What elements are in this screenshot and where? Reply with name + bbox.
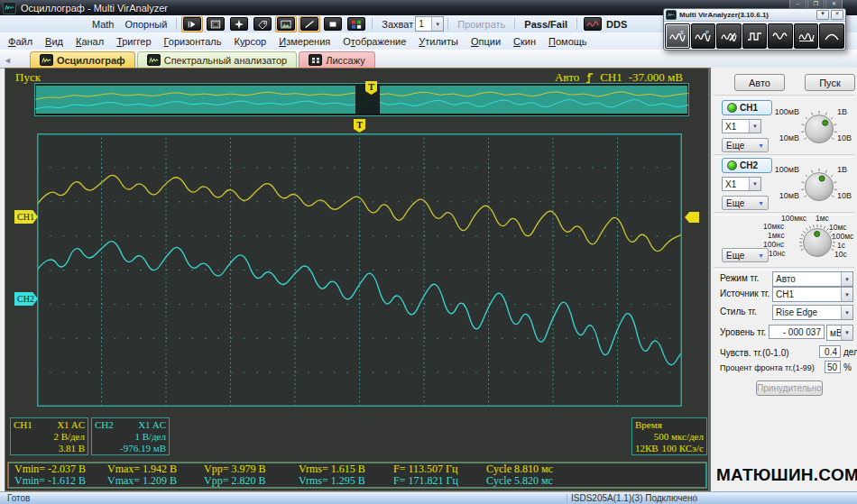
tab-label: Осциллограф — [57, 55, 125, 66]
palette-icon-button[interactable] — [346, 16, 367, 32]
auto-button[interactable]: Авто — [734, 74, 785, 91]
trigger-mode-label: Режим тг. — [720, 273, 759, 283]
menu-Утилиты[interactable]: Утилиты — [412, 34, 465, 49]
trigger-style-label: Стиль тг. — [720, 307, 757, 316]
menu-Файл[interactable]: Файл — [2, 34, 39, 49]
ch2-volts-knob[interactable] — [799, 167, 839, 206]
trigger-source-label: Источник тг. — [720, 289, 769, 298]
timebase-info-box: Время 500 мкс/дел 12КВ100 КСэ/с — [631, 417, 707, 455]
trigger-edge-percent-input[interactable]: 50 — [825, 361, 841, 373]
dds-button[interactable] — [582, 16, 604, 32]
image-icon-button[interactable] — [275, 16, 297, 32]
measurements-box: Vmin= -2.037 ВVmax= 1.942 ВVpp= 3.979 ВV… — [8, 463, 706, 488]
menu-Триггер[interactable]: Триггер — [110, 34, 157, 49]
trigger-mode-select[interactable]: Авто▼ — [772, 271, 853, 287]
capture-count-select[interactable]: 1▼ — [415, 16, 444, 32]
time-label-1s: 1с — [837, 241, 845, 250]
trigger-level-input[interactable]: - 000 037 — [769, 325, 825, 339]
window-title: Осциллограф - Multi VirAnalyzer — [21, 3, 168, 14]
play-button[interactable]: Проиграть — [452, 18, 511, 31]
float-window-title-bar[interactable]: Multi VirAnalyzer(3.10.6.1) ▼ ✕ — [664, 9, 845, 22]
menu-Опции[interactable]: Опции — [465, 34, 507, 49]
menu-Отображение[interactable]: Отображение — [336, 34, 412, 49]
ch1-info-box: CH1X1 AC 2 В/дел 3.81 В — [10, 417, 88, 455]
tag-icon-button[interactable] — [252, 16, 273, 32]
ch1-probe-select[interactable]: X1▼ — [722, 119, 761, 133]
ch2-info-box: CH2X1 AC 1 В/дел -976.19 мВ — [91, 417, 170, 455]
scope-p-icon-button[interactable]: P — [691, 23, 716, 49]
trigger-edge-percent-unit: % — [843, 362, 852, 372]
chevron-down-icon: ▼ — [841, 306, 852, 319]
move-icon-button[interactable] — [228, 16, 250, 32]
measurement-value: Vmax= 1.209 В — [107, 475, 204, 487]
ch2-probe-select[interactable]: X1▼ — [722, 177, 761, 191]
panel-toggle-icon-button[interactable] — [181, 16, 203, 32]
trigger-sensitivity-input[interactable]: 0.4 — [819, 345, 841, 358]
float-close-button[interactable]: ✕ — [831, 10, 843, 20]
capture-label: Захват — [376, 18, 415, 31]
ch1-position-flag[interactable]: CH1 — [14, 210, 38, 224]
float-tools: SP — [664, 22, 845, 50]
trigger-level-unit-select[interactable]: мВ▼ — [826, 325, 853, 341]
pass-fail-button[interactable]: Pass/Fail — [519, 18, 573, 31]
chevron-down-icon: ▼ — [758, 200, 764, 206]
dual-wave-icon — [772, 30, 788, 42]
ch1-more-button[interactable]: Еще▼ — [722, 138, 769, 152]
chevron-down-icon: ▼ — [841, 325, 852, 340]
menu-Измерения[interactable]: Измерения — [272, 34, 336, 49]
ch1-volts-knob[interactable] — [799, 109, 839, 149]
record-wave-icon — [721, 30, 737, 42]
math-button[interactable]: Math — [87, 18, 119, 31]
menu-Канал[interactable]: Канал — [69, 34, 110, 49]
record-wave-icon-button[interactable] — [716, 23, 742, 49]
time-label-1us: 1мкс — [768, 231, 785, 240]
trigger-style-select[interactable]: Rise Edge▼ — [772, 305, 853, 320]
force-trigger-button[interactable]: Принудительно — [756, 380, 823, 396]
square-wave-icon-button[interactable] — [742, 23, 768, 49]
window-icon-button[interactable] — [205, 16, 226, 32]
ch2-more-button[interactable]: Еще▼ — [722, 196, 769, 210]
waveform-grid — [37, 133, 682, 407]
tab-spectrum-analyzer[interactable]: Спектральный анализатор — [137, 51, 298, 68]
menu-Скин[interactable]: Скин — [507, 34, 542, 49]
window-icon — [207, 17, 225, 31]
timebase-more-button[interactable]: Еще▼ — [722, 248, 769, 262]
scope-p-icon: P — [695, 30, 711, 42]
trigger-edge-percent-label: Процент фронта тг.(1-99) — [720, 363, 815, 372]
menu-Помощь[interactable]: Помощь — [542, 34, 594, 49]
scope-s-icon-button[interactable]: S — [665, 23, 690, 49]
tab-lissajous[interactable]: Лиссажу — [299, 51, 374, 68]
timebase-knob[interactable] — [797, 223, 837, 262]
float-minimize-button[interactable]: ▼ — [816, 10, 829, 20]
sweep-wave-icon-button[interactable] — [794, 23, 819, 49]
smooth-wave-icon-button[interactable] — [819, 23, 844, 49]
menu-Горизонталь[interactable]: Горизонталь — [158, 34, 228, 49]
chevron-down-icon: ▼ — [431, 17, 443, 31]
line-icon-button[interactable] — [299, 16, 320, 32]
watermark: МАТЮШИН.COM — [716, 465, 853, 485]
tab-scroll-left-icon[interactable]: ◄ — [4, 56, 12, 65]
dual-wave-icon-button[interactable] — [768, 23, 793, 49]
trigger-position-marker[interactable]: T — [354, 119, 365, 133]
trigger-source-select[interactable]: CH1▼ — [772, 287, 853, 302]
acquisition-preview-strip[interactable] — [34, 83, 689, 116]
reference-button[interactable]: Опорный — [119, 18, 172, 31]
ch2-led-icon — [727, 160, 737, 170]
rect-icon — [324, 17, 342, 31]
rising-edge-icon — [585, 72, 594, 84]
measurement-value: Vrms= 1.295 В — [299, 475, 393, 487]
time-label-1ms: 1мс — [816, 214, 829, 223]
rect-icon-button[interactable] — [322, 16, 344, 32]
tag-icon — [253, 17, 272, 31]
palette-icon — [347, 17, 365, 31]
ch2-enable-button[interactable]: CH2 — [722, 158, 772, 173]
tab-oscilloscope[interactable]: Осциллограф — [30, 51, 135, 68]
ch1-enable-button[interactable]: CH1 — [722, 100, 772, 115]
svg-text:P: P — [705, 30, 709, 35]
menu-Вид[interactable]: Вид — [39, 34, 69, 49]
square-wave-icon — [747, 30, 763, 42]
menu-Курсор[interactable]: Курсор — [227, 34, 272, 49]
trigger-level-marker[interactable] — [685, 212, 699, 223]
run-button[interactable]: Пуск — [805, 74, 855, 91]
ch2-position-flag[interactable]: CH2 — [14, 292, 38, 306]
